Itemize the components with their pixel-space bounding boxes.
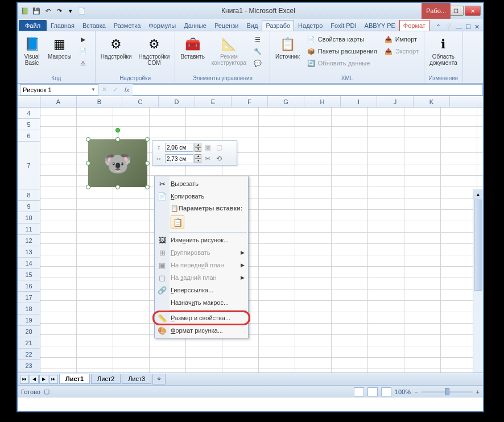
ribbon-small-▶[interactable]: ▶ xyxy=(76,34,93,45)
ribbon-small-⚠[interactable]: ⚠ xyxy=(76,57,93,69)
tab-вид[interactable]: Вид xyxy=(243,20,262,31)
col-header-E[interactable]: E xyxy=(195,96,232,107)
resize-handle-w[interactable] xyxy=(86,161,90,166)
row-header-17[interactable]: 17 xyxy=(18,292,40,303)
qat-extra-button[interactable]: 📄 xyxy=(77,6,87,16)
help-icon[interactable]: ❔ xyxy=(444,23,452,31)
row-header-10[interactable]: 10 xyxy=(18,212,40,224)
height-spinner[interactable]: ▴▾ xyxy=(195,143,201,152)
rotate-icon[interactable]: ⟲ xyxy=(214,154,224,164)
col-header-I[interactable]: I xyxy=(341,96,377,107)
col-header-C[interactable]: C xyxy=(122,96,159,107)
name-box-dropdown-icon[interactable]: ▼ xyxy=(91,87,96,92)
row-header-11[interactable]: 11 xyxy=(18,224,40,235)
tab-рецензи[interactable]: Рецензи xyxy=(210,20,243,31)
resize-handle-sw[interactable] xyxy=(86,185,90,189)
save-button[interactable]: 💾 xyxy=(31,6,42,16)
sheet-tab-active[interactable]: Лист1 xyxy=(59,374,90,384)
col-header-K[interactable]: K xyxy=(414,96,450,107)
cells-area[interactable]: 🐨 ↕ ▴▾ ▣ ▢ xyxy=(40,107,483,373)
scroll-thumb[interactable] xyxy=(474,200,482,291)
col-header-G[interactable]: G xyxy=(268,96,304,107)
select-all-corner[interactable] xyxy=(18,96,40,107)
row-header-13[interactable]: 13 xyxy=(18,246,40,258)
row-header-18[interactable]: 18 xyxy=(18,303,40,315)
menu-item-формат-рисунка-[interactable]: 🎨Формат рисунка... xyxy=(155,324,248,337)
doc-restore-icon[interactable]: ☐ xyxy=(465,23,471,31)
height-input[interactable] xyxy=(165,143,193,152)
view-pagebreak-button[interactable] xyxy=(381,387,391,396)
menu-item-гиперссылка-[interactable]: 🔗Гиперссылка... xyxy=(155,284,248,296)
row-header-20[interactable]: 20 xyxy=(18,326,40,337)
sheet-tab-3[interactable]: Лист3 xyxy=(122,374,151,384)
tab-главная[interactable]: Главная xyxy=(47,20,79,31)
menu-item-назначить-макрос-[interactable]: Назначить макрос... xyxy=(155,296,248,309)
row-header-14[interactable]: 14 xyxy=(18,258,40,269)
ribbon-btn-Надстройки[interactable]: ⚙Надстройки xyxy=(98,34,135,61)
ribbon-btn-Макросы[interactable]: ▦Макросы xyxy=(45,34,75,61)
ribbon-small-📄[interactable]: 📄 xyxy=(76,45,93,57)
macro-record-icon[interactable]: ▢ xyxy=(44,388,49,395)
resize-handle-se[interactable] xyxy=(145,185,150,189)
row-header-8[interactable]: 8 xyxy=(18,189,40,201)
view-layout-button[interactable] xyxy=(367,387,378,396)
tab-разрабо[interactable]: Разрабо xyxy=(262,20,294,31)
zoom-in-button[interactable]: + xyxy=(476,388,480,395)
menu-item-размер-и-свойства-[interactable]: 📏Размер и свойства... xyxy=(155,312,248,324)
col-header-H[interactable]: H xyxy=(304,96,341,107)
ribbon-small-Пакеты расширения[interactable]: 📦Пакеты расширения xyxy=(304,45,380,57)
resize-handle-s[interactable] xyxy=(115,185,120,189)
menu-item-изменить-рисунок-[interactable]: 🖼Изменить рисунок... xyxy=(155,234,248,246)
undo-button[interactable]: ↶ xyxy=(43,6,53,16)
tab-данные[interactable]: Данные xyxy=(180,20,210,31)
ribbon-right-Импорт[interactable]: 📥Импорт xyxy=(381,34,422,45)
redo-button[interactable]: ↷ xyxy=(54,6,64,16)
resize-handle-ne[interactable] xyxy=(145,137,150,142)
row-header-9[interactable]: 9 xyxy=(18,201,40,212)
vertical-scrollbar[interactable]: ▲ ▼ xyxy=(473,189,483,373)
row-header-4[interactable]: 4 xyxy=(18,107,40,119)
qat-more-button[interactable]: ▾ xyxy=(65,6,76,16)
col-header-J[interactable]: J xyxy=(377,96,414,107)
col-header-F[interactable]: F xyxy=(232,96,268,107)
fx-icon[interactable]: fx xyxy=(121,86,133,93)
row-header-12[interactable]: 12 xyxy=(18,235,40,246)
tab-разметка[interactable]: Разметка xyxy=(110,20,145,31)
sheet-tab-2[interactable]: Лист2 xyxy=(91,374,121,384)
zoom-thumb[interactable] xyxy=(445,388,449,395)
menu-item-вырезать[interactable]: ✂Вырезать xyxy=(155,177,248,190)
resize-handle-e[interactable] xyxy=(145,161,150,166)
row-header-19[interactable]: 19 xyxy=(18,315,40,326)
ribbon-btn-Источник[interactable]: 📋Источник xyxy=(272,34,303,61)
tab-abbyy pe[interactable]: ABBYY PE xyxy=(361,20,399,31)
tab-формулы[interactable]: Формулы xyxy=(144,20,180,31)
doc-close-icon[interactable]: ✕ xyxy=(474,23,480,31)
ribbon-small-🔧[interactable]: 🔧 xyxy=(250,45,267,57)
tab-вставка[interactable]: Вставка xyxy=(79,20,110,31)
formula-input[interactable] xyxy=(133,84,483,96)
width-spinner[interactable]: ▴▾ xyxy=(195,154,201,163)
row-header-15[interactable]: 15 xyxy=(18,269,40,280)
ribbon-small-Свойства карты[interactable]: 📄Свойства карты xyxy=(304,34,380,45)
sheet-nav-prev[interactable]: ◀ xyxy=(30,375,39,384)
col-header-B[interactable]: B xyxy=(77,96,122,107)
inserted-picture[interactable]: 🐨 xyxy=(88,139,147,187)
name-box[interactable]: Рисунок 1 ▼ xyxy=(20,84,98,96)
row-header-5[interactable]: 5 xyxy=(18,119,40,130)
zoom-slider[interactable] xyxy=(422,391,473,393)
ribbon-minimize-icon[interactable]: ⌃ xyxy=(436,23,441,31)
zoom-out-button[interactable]: − xyxy=(414,388,418,395)
close-button[interactable]: ✕ xyxy=(465,6,481,16)
col-header-D[interactable]: D xyxy=(159,96,195,107)
ribbon-btn-Область-документа[interactable]: ℹОбластьдокумента xyxy=(427,34,460,68)
zoom-value[interactable]: 100% xyxy=(395,388,411,395)
row-header-7[interactable]: 7 xyxy=(18,142,40,189)
scroll-up-arrow[interactable]: ▲ xyxy=(473,189,483,200)
view-normal-button[interactable] xyxy=(354,387,364,396)
new-sheet-button[interactable]: ✧ xyxy=(152,374,166,384)
row-header-21[interactable]: 21 xyxy=(18,337,40,349)
sheet-nav-first[interactable]: ⏮ xyxy=(20,375,29,384)
bring-forward-icon[interactable]: ▣ xyxy=(203,142,213,152)
ribbon-btn-Visual-Basic[interactable]: 📘VisualBasic xyxy=(20,34,44,68)
row-header-22[interactable]: 22 xyxy=(18,349,40,360)
